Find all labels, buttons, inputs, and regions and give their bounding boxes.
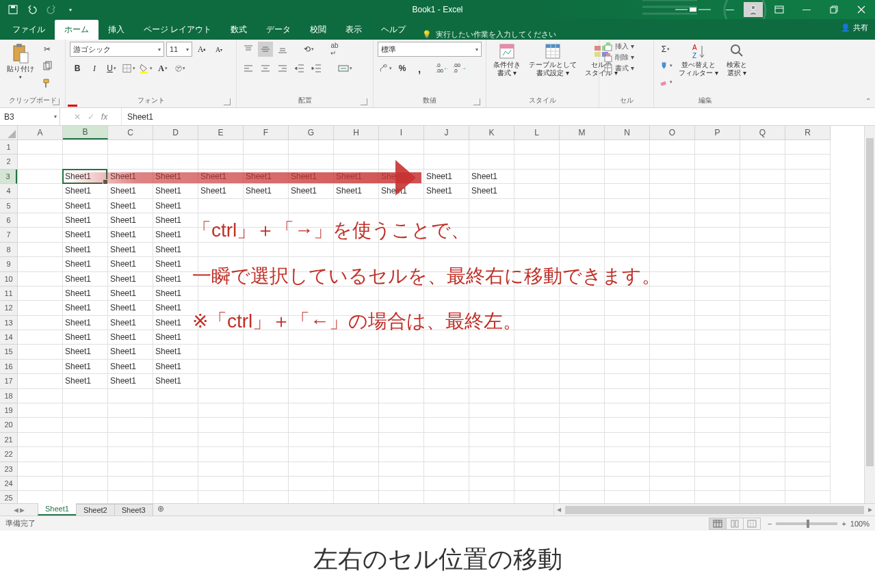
col-header-I[interactable]: I [379,126,424,139]
cell[interactable] [108,140,153,155]
cell[interactable] [18,184,63,198]
cell[interactable]: Sheet1 [153,184,198,198]
sheet-tab-Sheet3[interactable]: Sheet3 [114,504,153,516]
cell[interactable] [424,418,469,432]
cell[interactable] [379,389,424,403]
cell[interactable] [740,374,785,388]
col-header-D[interactable]: D [153,126,198,139]
cell[interactable] [469,360,514,374]
cell[interactable] [740,257,785,271]
col-header-E[interactable]: E [198,126,244,139]
cell[interactable] [605,360,650,374]
increase-indent-icon[interactable] [309,61,324,76]
cell[interactable] [785,330,831,345]
cell[interactable] [560,491,605,503]
row-header-20[interactable]: 20 [0,418,17,432]
format-painter-icon[interactable] [40,76,55,91]
cell[interactable] [334,462,379,477]
cell[interactable] [18,360,63,374]
cell[interactable] [514,447,560,462]
page-break-view-icon[interactable] [743,518,761,530]
align-right-icon[interactable] [275,61,290,76]
cell[interactable] [514,433,560,447]
cell[interactable] [18,213,63,228]
cell[interactable] [514,360,560,374]
cell[interactable] [244,155,289,169]
cell[interactable] [785,286,831,301]
format-table-button[interactable]: テーブルとして 書式設定 ▾ [526,42,579,79]
cell[interactable] [289,447,334,462]
row-header-17[interactable]: 17 [0,374,17,388]
row-header-9[interactable]: 9 [0,257,17,271]
maximize-icon[interactable] [820,0,848,19]
sheet-tab-Sheet2[interactable]: Sheet2 [76,504,115,516]
cell[interactable] [244,403,289,418]
cell[interactable] [379,360,424,374]
cell[interactable] [334,155,379,169]
cell[interactable] [560,199,605,213]
row-header-6[interactable]: 6 [0,213,17,228]
cell[interactable] [244,462,289,477]
cell[interactable] [650,403,695,418]
cell[interactable] [153,491,198,503]
col-header-M[interactable]: M [560,126,605,139]
cell[interactable]: Sheet1 [108,257,153,271]
name-box[interactable]: B3▾ [0,108,60,125]
cell[interactable] [469,433,514,447]
row-header-21[interactable]: 21 [0,433,17,447]
cell[interactable] [605,199,650,213]
cell[interactable] [244,199,289,213]
cell[interactable] [560,403,605,418]
col-header-P[interactable]: P [695,126,740,139]
close-icon[interactable] [848,0,875,19]
cell[interactable] [469,491,514,503]
cell[interactable] [108,155,153,169]
cell[interactable] [650,345,695,359]
cell[interactable] [785,462,831,477]
zoom-level[interactable]: 100% [850,520,870,528]
cell[interactable] [469,155,514,169]
cell[interactable] [198,199,244,213]
row-header-15[interactable]: 15 [0,345,17,359]
cell[interactable] [18,330,63,345]
sheet-tab-Sheet1[interactable]: Sheet1 [38,503,77,516]
cell[interactable] [605,170,650,184]
cell[interactable] [605,462,650,477]
cell[interactable] [18,477,63,491]
cell[interactable] [63,403,108,418]
cell[interactable] [560,418,605,432]
cell[interactable] [198,462,244,477]
cell[interactable] [560,155,605,169]
cell[interactable] [289,389,334,403]
row-header-1[interactable]: 1 [0,140,17,155]
cell[interactable] [605,330,650,345]
bold-icon[interactable]: B [70,61,85,76]
cell[interactable] [695,345,740,359]
cell[interactable] [650,243,695,257]
cell[interactable] [605,345,650,359]
cell[interactable] [560,213,605,228]
cell[interactable] [695,243,740,257]
cell[interactable] [334,389,379,403]
cell[interactable] [289,345,334,359]
increase-decimal-icon[interactable]: .0.00← [435,61,450,76]
cell[interactable] [153,447,198,462]
cell[interactable] [785,477,831,491]
cell[interactable]: Sheet1 [108,286,153,301]
percent-icon[interactable]: % [395,61,410,76]
cell[interactable] [289,462,334,477]
cell[interactable] [560,477,605,491]
insert-cells-button[interactable]: 挿入 ▾ [603,42,634,51]
cell[interactable] [740,491,785,503]
cell[interactable] [514,491,560,503]
align-top-icon[interactable] [241,42,256,57]
cell[interactable] [650,360,695,374]
cell[interactable] [469,345,514,359]
cell[interactable] [785,170,831,184]
cell[interactable]: Sheet1 [63,272,108,286]
cell[interactable] [379,477,424,491]
cell[interactable] [18,462,63,477]
cell[interactable] [18,433,63,447]
cell[interactable] [740,286,785,301]
cell[interactable]: Sheet1 [63,316,108,330]
